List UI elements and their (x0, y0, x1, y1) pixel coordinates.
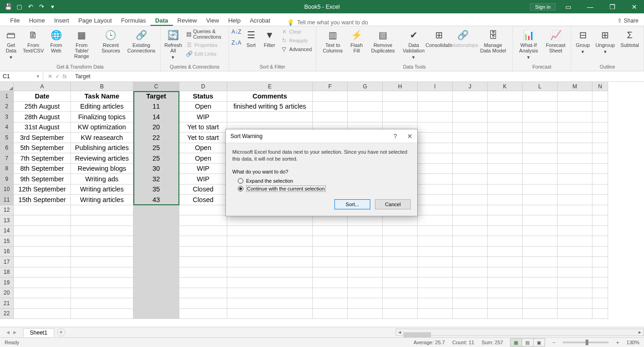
cell[interactable] (418, 112, 453, 122)
cell[interactable] (488, 112, 523, 122)
cell[interactable] (592, 267, 608, 278)
clear-button[interactable]: ✕Clear (280, 28, 313, 36)
view-page-break-icon[interactable]: ▣ (533, 338, 545, 347)
cell[interactable] (418, 143, 453, 154)
column-header[interactable]: J (453, 82, 488, 91)
cell[interactable] (453, 257, 488, 267)
cell[interactable] (383, 247, 418, 257)
cell[interactable] (592, 174, 608, 185)
cell[interactable] (453, 185, 488, 195)
cell[interactable]: Yet to start (179, 133, 227, 143)
cell[interactable]: 12th September (14, 185, 71, 195)
cell[interactable]: Closed (179, 185, 227, 195)
cell[interactable] (558, 267, 592, 278)
cell[interactable]: Writing ads (71, 174, 133, 185)
cell[interactable] (383, 215, 418, 226)
cell[interactable] (313, 226, 348, 237)
cell[interactable] (523, 143, 558, 154)
redo-icon[interactable]: ↷ (38, 3, 45, 11)
cell[interactable] (133, 298, 179, 309)
forecast-sheet-button[interactable]: 📈Forecast Sheet (543, 28, 568, 54)
cell[interactable] (592, 288, 608, 299)
cell[interactable] (523, 112, 558, 122)
scroll-right-icon[interactable]: ► (636, 329, 644, 335)
cell[interactable] (453, 236, 488, 247)
cell[interactable] (14, 205, 71, 216)
filter-button[interactable]: ▼Filter (261, 28, 278, 49)
cell[interactable] (179, 298, 227, 309)
group-button[interactable]: ⊟Group▾ (574, 28, 592, 55)
cell[interactable] (418, 247, 453, 257)
cell[interactable] (418, 153, 453, 164)
row-header[interactable]: 5 (0, 133, 14, 143)
close-icon[interactable]: ✕ (625, 0, 644, 13)
cancel-formula-icon[interactable]: ✕ (48, 73, 52, 80)
cell[interactable] (71, 288, 133, 299)
cell[interactable] (313, 257, 348, 267)
cell[interactable] (523, 288, 558, 299)
cell[interactable]: 3rd September (14, 133, 71, 143)
consolidate-button[interactable]: ⊞Consolidate (428, 28, 449, 49)
cell[interactable] (453, 164, 488, 174)
cell[interactable]: Task Name (71, 91, 133, 102)
cell[interactable] (227, 257, 313, 267)
column-header[interactable]: D (179, 82, 227, 91)
cell[interactable] (558, 195, 592, 205)
reapply-button[interactable]: ↻Reapply (280, 36, 313, 45)
cell[interactable] (227, 112, 313, 122)
cell[interactable] (488, 174, 523, 185)
cell[interactable] (488, 205, 523, 216)
enter-formula-icon[interactable]: ✓ (55, 73, 60, 80)
cell[interactable] (523, 133, 558, 143)
cell[interactable] (71, 257, 133, 267)
from-web-button[interactable]: 🌐From Web (47, 28, 65, 54)
cell[interactable] (453, 133, 488, 143)
cell[interactable] (453, 153, 488, 164)
row-header[interactable]: 15 (0, 236, 14, 247)
cell[interactable] (523, 309, 558, 319)
cell[interactable]: 14 (133, 112, 179, 122)
cell[interactable] (418, 257, 453, 267)
cell[interactable] (592, 143, 608, 154)
row-header[interactable]: 9 (0, 174, 14, 185)
dialog-title-bar[interactable]: Sort Warning ? ✕ (226, 129, 417, 143)
cell[interactable] (14, 247, 71, 257)
cell[interactable] (71, 267, 133, 278)
cell[interactable] (227, 309, 313, 319)
column-header[interactable]: K (488, 82, 523, 91)
row-header[interactable]: 2 (0, 102, 14, 112)
cell[interactable] (179, 236, 227, 247)
properties-button[interactable]: ☰Properties (185, 41, 226, 49)
column-header[interactable]: N (592, 82, 608, 91)
tab-formulas[interactable]: Formulas (116, 15, 150, 26)
cell[interactable] (133, 247, 179, 257)
cell[interactable] (523, 195, 558, 205)
cell[interactable] (523, 91, 558, 102)
sign-in-button[interactable]: Sign in (530, 3, 556, 11)
row-header[interactable]: 20 (0, 288, 14, 299)
cell[interactable] (133, 226, 179, 237)
cell[interactable] (558, 309, 592, 319)
cell[interactable] (348, 112, 383, 122)
cell[interactable] (71, 215, 133, 226)
cell[interactable] (71, 236, 133, 247)
cell[interactable] (453, 122, 488, 133)
manage-data-model-button[interactable]: 🗄Manage Data Model (477, 28, 510, 54)
cell[interactable] (418, 195, 453, 205)
cell[interactable] (418, 298, 453, 309)
cell[interactable] (558, 143, 592, 154)
cell[interactable]: Finalizing topics (71, 112, 133, 122)
cell[interactable] (488, 91, 523, 102)
cell[interactable]: 28th August (14, 112, 71, 122)
radio-expand-selection[interactable]: Expand the selection (232, 177, 411, 185)
cell[interactable] (418, 215, 453, 226)
from-text-csv-button[interactable]: 🗎From Text/CSV (21, 28, 46, 54)
ungroup-button[interactable]: ⊞Ungroup▾ (593, 28, 616, 55)
add-sheet-button[interactable]: + (57, 328, 65, 336)
cell[interactable] (453, 195, 488, 205)
close-icon[interactable]: ✕ (407, 133, 413, 140)
cell[interactable] (488, 226, 523, 237)
column-header[interactable]: E (227, 82, 313, 91)
column-header[interactable]: G (348, 82, 383, 91)
row-header[interactable]: 3 (0, 112, 14, 122)
